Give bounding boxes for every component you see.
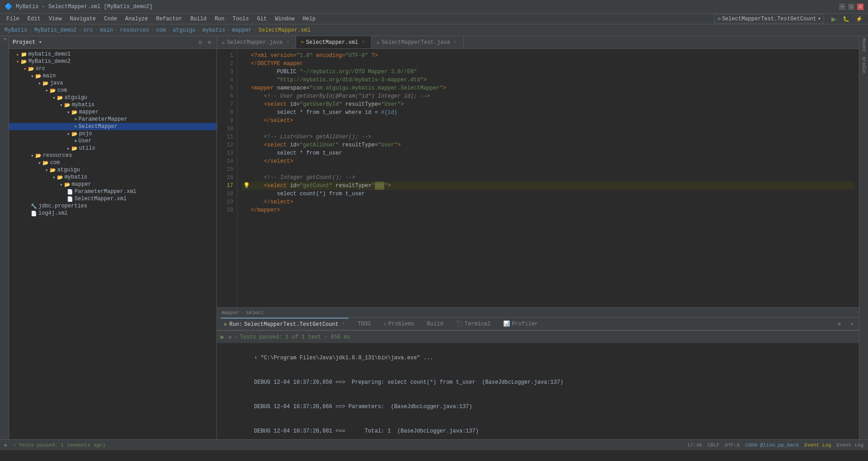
tree-item-mybatis-demo1[interactable]: ▸ 📁 mybatis_demo1 xyxy=(9,51,217,58)
tree-item-resources[interactable]: ▾ 📂 resources xyxy=(9,152,217,159)
bottom-tab-build[interactable]: Build xyxy=(424,318,447,330)
settings-icon[interactable]: ⚙ xyxy=(835,320,843,328)
menu-item-analyze[interactable]: Analyze xyxy=(122,15,151,23)
line-col-indicator[interactable]: 17:46 xyxy=(687,442,702,448)
settings-icon[interactable]: ⚙ xyxy=(206,39,213,46)
tree-item-mapper[interactable]: ▾ 📂 mapper xyxy=(9,108,217,116)
menu-item-code[interactable]: Code xyxy=(100,15,121,23)
right-sidebar-panel2[interactable]: Gradle xyxy=(861,57,866,73)
folder-icon: 📂 xyxy=(71,109,78,115)
breadcrumb-com[interactable]: com xyxy=(156,27,166,33)
tree-item-java[interactable]: ▾ 📂 java xyxy=(9,80,217,87)
expand-icon: ▾ xyxy=(67,131,70,137)
run-button[interactable]: ▶ xyxy=(829,14,839,24)
line-numbers: 1 2 3 4 5 6 7 8 9 10 11 12 13 14 15 16 1… xyxy=(217,49,237,307)
editor-content[interactable]: 1 2 3 4 5 6 7 8 9 10 11 12 13 14 15 16 1… xyxy=(217,49,859,307)
debug-button[interactable]: 🐛 xyxy=(840,14,852,24)
maximize-button[interactable]: □ xyxy=(848,4,854,10)
tree-item-utils[interactable]: ▸ 📂 utils xyxy=(9,145,217,152)
bottom-tab-todo[interactable]: TODO xyxy=(354,318,374,330)
project-sidebar-icon[interactable]: P xyxy=(2,38,7,41)
tree-item-atguigu2[interactable]: ▾ 📂 atguigu xyxy=(9,166,217,174)
tab-close-icon[interactable]: × xyxy=(360,39,367,46)
tree-item-com2[interactable]: ▾ 📂 com xyxy=(9,159,217,166)
code-line-12: <select id="getAllUser" resultType="User… xyxy=(242,141,854,149)
tree-item-pojo[interactable]: ▾ 📂 pojo xyxy=(9,130,217,137)
event-log[interactable]: Event Log xyxy=(804,442,831,448)
menu-item-window[interactable]: Window xyxy=(271,15,298,23)
breadcrumb-resources[interactable]: resources xyxy=(120,27,149,33)
tree-item-mybatis[interactable]: ▾ 📂 mybatis xyxy=(9,101,217,108)
title-bar-left: 🔷 MyBatis - SelectMapper.xml [MyBatis_de… xyxy=(5,3,152,10)
breadcrumb-mybatis2[interactable]: mybatis xyxy=(203,27,225,33)
tree-item-log4j-xml[interactable]: 📄 log4j.xml xyxy=(9,210,217,217)
breadcrumb-mapper[interactable]: mapper xyxy=(232,27,251,33)
encoding-indicator[interactable]: UTF-8 xyxy=(725,442,740,448)
tree-item-parameter-mapper[interactable]: ● ParameterMapper xyxy=(9,116,217,123)
close-panel-icon[interactable]: ✕ xyxy=(848,320,855,328)
breadcrumb-src[interactable]: src xyxy=(83,27,93,33)
nav-bar: MyBatis › MyBatis_demo2 › src › main › r… xyxy=(0,24,868,36)
menu-item-git[interactable]: Git xyxy=(254,15,271,23)
event-log-label[interactable]: Event Log xyxy=(837,442,863,448)
run-tab-close[interactable]: × xyxy=(342,322,345,327)
rerun-icon[interactable]: ↺ xyxy=(228,334,231,340)
tree-item-jdbc-properties[interactable]: 🔧 jdbc.properties xyxy=(9,202,217,210)
tree-item-mybatis2[interactable]: ▾ 📂 mybatis xyxy=(9,174,217,181)
tree-item-user[interactable]: ● User xyxy=(9,137,217,145)
menu-item-view[interactable]: View xyxy=(45,15,66,23)
bottom-tab-profiler[interactable]: 📊 Profiler xyxy=(500,318,542,330)
tab-select-mapper-xml[interactable]: ≈ SelectMapper.xml × xyxy=(296,36,372,48)
bottom-tab-problems[interactable]: ⚠ Problems xyxy=(380,318,418,330)
menu-item-file[interactable]: File xyxy=(3,15,23,23)
tree-item-select-mapper[interactable]: ● SelectMapper xyxy=(9,123,217,130)
tab-close-icon[interactable]: × xyxy=(453,39,459,46)
tree-item-atguigu[interactable]: ▾ 📂 atguigu xyxy=(9,94,217,101)
tree-item-src[interactable]: ▾ 📂 src xyxy=(9,65,217,72)
run-status-icon[interactable]: ▶ xyxy=(5,442,8,448)
code-area[interactable]: <?xml version="1.0" encoding="UTF-8" ?> … xyxy=(237,49,859,307)
tab-select-mapper-test-java[interactable]: ☕ SelectMapperTest.java × xyxy=(372,36,463,48)
breadcrumb-atguigu[interactable]: atguigu xyxy=(173,27,195,33)
project-panel-header: Project ▾ ⊟ ⚙ xyxy=(9,36,217,49)
expand-icon: ▾ xyxy=(31,153,34,159)
breadcrumb-mybatis[interactable]: MyBatis xyxy=(5,27,27,33)
tree-item-main[interactable]: ▾ 📂 main xyxy=(9,72,217,80)
tree-item-com[interactable]: ▾ 📂 com xyxy=(9,87,217,94)
play-icon[interactable]: ▶ xyxy=(221,333,224,341)
code-line-6: <!-- User getUserById(@Param("id") Integ… xyxy=(242,92,854,100)
close-button[interactable]: ✕ xyxy=(857,4,863,10)
folder-open-icon: 📂 xyxy=(35,153,42,159)
menu-item-run[interactable]: Run xyxy=(211,15,228,23)
code-line-18: select count(*) from t_user xyxy=(242,190,854,198)
minimize-button[interactable]: ─ xyxy=(839,4,845,10)
breadcrumb-main[interactable]: main xyxy=(100,27,113,33)
tab-close-icon[interactable]: × xyxy=(285,39,291,46)
title-bar-controls[interactable]: ─ □ ✕ xyxy=(839,4,863,10)
tab-select-mapper-java[interactable]: ☕ SelectMapper.java × xyxy=(217,36,296,48)
collapse-all-icon[interactable]: ⊟ xyxy=(197,39,204,46)
run-config-dropdown[interactable]: ⚙ SelectMapperTest.TestGetCount ▾ xyxy=(714,14,824,24)
menu-item-navigate[interactable]: Navigate xyxy=(66,15,99,23)
bottom-tab-run[interactable]: ▶ Run: SelectMapperTest.TestGetCount × xyxy=(221,318,349,330)
console-line-4: DEBUG 12-04 10:37:20,881 <== Total: 1 (B… xyxy=(222,419,854,439)
menu-item-help[interactable]: Help xyxy=(299,15,319,23)
menu-item-tools[interactable]: Tools xyxy=(229,15,253,23)
breadcrumb-demo2[interactable]: MyBatis_demo2 xyxy=(34,27,77,33)
bottom-panel: ▶ Run: SelectMapperTest.TestGetCount × T… xyxy=(217,317,859,439)
xml-file-icon: 📄 xyxy=(31,211,37,216)
right-sidebar-panel1[interactable]: Maven xyxy=(861,38,866,52)
tree-item-mapper2[interactable]: ▾ 📂 mapper xyxy=(9,181,217,188)
tree-item-mybatis-demo2[interactable]: ▾ 📂 MyBatis_demo2 xyxy=(9,58,217,65)
tree-item-select-mapper-xml[interactable]: 📄 SelectMapper.xml xyxy=(9,195,217,202)
menu-item-edit[interactable]: Edit xyxy=(24,15,44,23)
coverage-button[interactable]: ⚡ xyxy=(853,14,865,24)
folder-closed-icon: 📁 xyxy=(21,52,27,57)
menu-item-build[interactable]: Build xyxy=(187,15,210,23)
bottom-tab-terminal[interactable]: ⬛ Terminal xyxy=(453,318,495,330)
tree-item-parameter-mapper-xml[interactable]: 📄 ParameterMapper.xml xyxy=(9,188,217,195)
menu-item-refactor[interactable]: Refactor xyxy=(152,15,186,23)
git-branch[interactable]: CSDN @lion_pp_back xyxy=(745,442,799,448)
line-ending-indicator[interactable]: CRLF xyxy=(708,442,719,448)
folder-icon: 📂 xyxy=(57,95,63,101)
